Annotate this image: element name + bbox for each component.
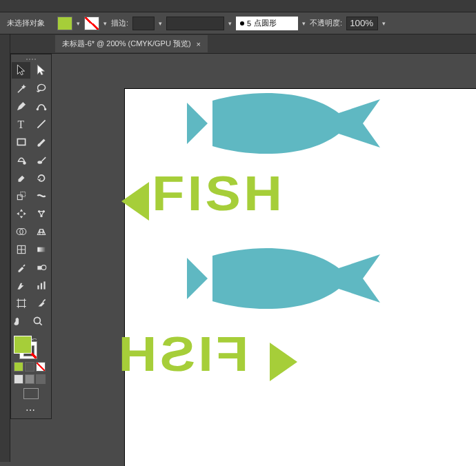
paintbrush-tool[interactable]	[32, 134, 50, 150]
fill-color-swatch[interactable]	[57, 17, 72, 30]
tab-title: 未标题-6* @ 200% (CMYK/GPU 预览)	[62, 39, 191, 49]
svg-rect-4	[17, 139, 25, 145]
swap-fill-stroke-icon[interactable]: ⤺	[32, 336, 37, 343]
stroke-color-swatch[interactable]	[84, 17, 99, 30]
stroke-profile-dropdown-icon[interactable]: ▾	[228, 20, 232, 27]
svg-rect-8	[20, 192, 25, 196]
tools-panel: T	[10, 54, 52, 419]
svg-point-22	[34, 317, 40, 323]
color-swatch-area: ⤺ ⋯	[11, 333, 51, 418]
opacity-input[interactable]	[346, 17, 378, 30]
fill-swatch-large[interactable]	[14, 336, 32, 354]
brush-dot-icon	[240, 21, 244, 26]
magic-wand-tool[interactable]	[12, 80, 30, 97]
artboard[interactable]: FISH FISH	[124, 88, 476, 466]
rotate-tool[interactable]	[32, 170, 50, 186]
blue-fish-shape-1	[184, 92, 384, 154]
draw-normal-icon[interactable]	[14, 374, 23, 384]
mesh-tool[interactable]	[12, 241, 30, 258]
svg-point-17	[41, 265, 46, 270]
none-mode-icon[interactable]	[36, 362, 46, 372]
perspective-grid-tool[interactable]	[32, 223, 50, 240]
svg-rect-18	[37, 285, 39, 290]
rectangle-tool[interactable]	[12, 134, 30, 150]
shape-builder-tool[interactable]	[12, 223, 30, 240]
menu-bar[interactable]	[0, 0, 476, 12]
shaper-tool[interactable]	[12, 152, 30, 168]
zoom-tool[interactable]	[26, 313, 50, 330]
stroke-weight-dropdown-icon[interactable]: ▾	[159, 20, 162, 27]
fill-stroke-swatch[interactable]: ⤺	[14, 336, 37, 359]
close-tab-icon[interactable]: ×	[197, 40, 201, 48]
eyedropper-tool[interactable]	[12, 259, 30, 276]
selection-tool[interactable]	[12, 62, 30, 79]
stroke-weight-input[interactable]	[132, 17, 155, 30]
stroke-dropdown-icon[interactable]: ▾	[103, 20, 107, 27]
brush-dropdown-icon[interactable]: ▾	[302, 20, 306, 27]
color-mode-icon[interactable]	[14, 362, 23, 372]
svg-rect-21	[18, 301, 24, 307]
draw-behind-icon[interactable]	[25, 374, 34, 384]
brush-size: 5	[247, 19, 251, 28]
svg-point-1	[43, 108, 46, 110]
edit-toolbar-button[interactable]: ⋯	[14, 405, 48, 416]
hand-tool[interactable]	[12, 313, 24, 330]
svg-point-0	[36, 108, 38, 110]
left-dock-rail	[0, 34, 10, 462]
document-tab[interactable]: 未标题-6* @ 200% (CMYK/GPU 预览) ×	[55, 35, 208, 52]
svg-point-6	[37, 161, 42, 164]
svg-rect-7	[17, 195, 22, 200]
canvas-area[interactable]: FISH FISH	[55, 54, 476, 466]
slice-tool[interactable]	[32, 295, 50, 312]
brush-definition-dropdown[interactable]: 5 点圆形	[236, 17, 298, 30]
selection-status: 未选择对象	[7, 18, 45, 28]
fill-dropdown-icon[interactable]: ▾	[77, 20, 80, 27]
type-tool[interactable]: T	[12, 116, 30, 132]
width-tool[interactable]	[32, 188, 50, 204]
draw-inside-icon[interactable]	[36, 374, 46, 384]
symbol-sprayer-tool[interactable]	[12, 277, 30, 294]
document-tab-bar: 未标题-6* @ 200% (CMYK/GPU 预览) ×	[0, 34, 476, 54]
fish-text-1: FISH	[152, 166, 285, 221]
stroke-label: 描边:	[111, 18, 128, 28]
line-segment-tool[interactable]	[32, 116, 50, 132]
artboard-tool[interactable]	[12, 295, 30, 312]
curvature-tool[interactable]	[32, 98, 50, 114]
blue-fish-shape-2	[184, 247, 384, 310]
blend-tool[interactable]	[32, 259, 50, 276]
svg-line-23	[39, 323, 41, 325]
fish-text-2-mirrored: FISH	[115, 327, 248, 382]
green-triangle-left	[121, 182, 149, 221]
control-bar: 未选择对象 ▾ ▾ 描边: ▾ ▾ 5 点圆形 ▾ 不透明度: ▾	[0, 12, 476, 34]
green-triangle-right	[270, 343, 297, 381]
column-graph-tool[interactable]	[32, 277, 50, 294]
svg-rect-16	[37, 266, 41, 270]
gradient-tool[interactable]	[32, 241, 50, 258]
direct-selection-tool[interactable]	[32, 62, 50, 79]
blob-brush-tool[interactable]	[32, 152, 50, 168]
svg-line-3	[37, 120, 45, 128]
eraser-tool[interactable]	[12, 170, 30, 186]
svg-rect-15	[37, 247, 45, 252]
svg-rect-20	[43, 281, 45, 289]
stroke-profile-dropdown[interactable]	[166, 17, 224, 30]
free-transform-tool[interactable]	[12, 205, 30, 222]
opacity-dropdown-icon[interactable]: ▾	[382, 20, 386, 27]
brush-shape: 点圆形	[254, 18, 277, 28]
svg-text:T: T	[17, 119, 24, 130]
pen-tool[interactable]	[12, 98, 30, 114]
svg-point-5	[23, 161, 26, 165]
screen-mode-button[interactable]	[14, 388, 48, 399]
opacity-label: 不透明度:	[310, 18, 342, 28]
gradient-mode-icon[interactable]	[25, 362, 34, 372]
puppet-warp-tool[interactable]	[32, 205, 50, 222]
svg-rect-19	[40, 283, 41, 290]
lasso-tool[interactable]	[32, 80, 50, 97]
screen-mode-icon	[23, 388, 39, 399]
scale-tool[interactable]	[12, 188, 30, 204]
